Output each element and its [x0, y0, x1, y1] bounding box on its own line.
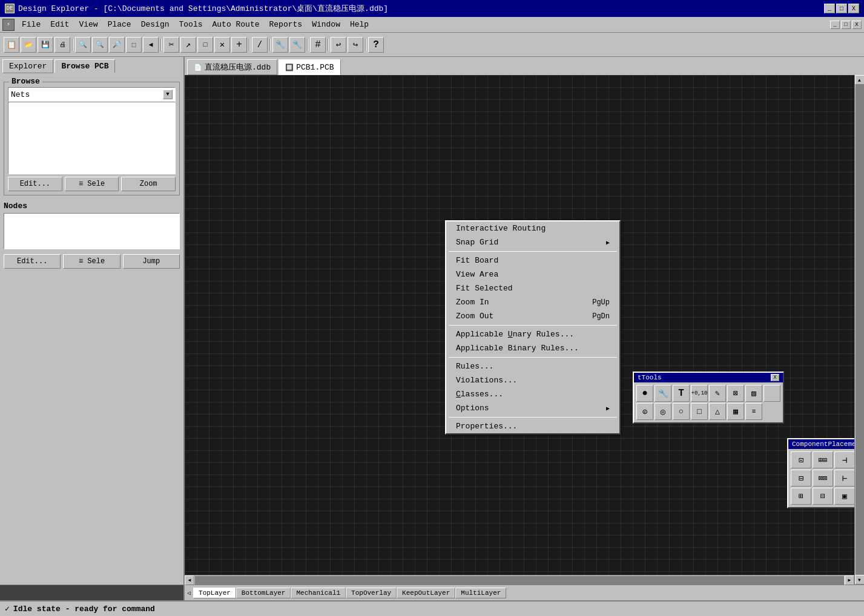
menu-close-button[interactable]: X	[852, 21, 862, 29]
ctx-rules[interactable]: Rules...	[446, 359, 619, 373]
tb-zoom-area-button[interactable]: ⬚	[126, 37, 142, 53]
tb-hash-button[interactable]: #	[310, 37, 326, 53]
nodes-list[interactable]	[4, 213, 180, 249]
comp-placement-header[interactable]: ComponentPlacement X	[788, 439, 854, 449]
layer-tab-mechanical1[interactable]: Mechanical1	[291, 588, 346, 598]
cp-btn-14[interactable]: ⊟	[813, 488, 833, 505]
hscroll-right-button[interactable]: ▶	[845, 575, 854, 585]
menu-place[interactable]: Place	[103, 19, 136, 30]
ctx-properties[interactable]: Properties...	[446, 419, 619, 433]
ctx-classes[interactable]: Classes...	[446, 387, 619, 401]
ft-btn-circle2[interactable]: ⊙	[636, 403, 653, 420]
menu-file[interactable]: File	[17, 19, 45, 30]
ctx-fit-selected[interactable]: Fit Selected	[446, 281, 619, 295]
vscroll-down-button[interactable]: ▼	[855, 575, 865, 585]
pcb-canvas[interactable]: Interactive Routing Snap Grid ▶ Fit Boar…	[185, 75, 854, 575]
menu-tools[interactable]: Tools	[174, 19, 207, 30]
tb-open-button[interactable]: 📂	[21, 37, 36, 53]
ft-btn-circle3[interactable]: ◎	[655, 403, 671, 420]
layer-tab-bottomlayer[interactable]: BottomLayer	[236, 588, 291, 598]
cp-btn-7[interactable]: ⊟	[791, 470, 811, 487]
ft-btn-triangle[interactable]: △	[709, 403, 726, 420]
restore-button[interactable]: □	[836, 4, 847, 13]
ft-btn-coord[interactable]: +0,10	[691, 385, 708, 402]
ft-btn-grid[interactable]: ▦	[727, 403, 744, 420]
minimize-button[interactable]: _	[824, 4, 835, 13]
tb-zoom-in-button[interactable]: 🔍	[75, 37, 91, 53]
cp-btn-2[interactable]: ⊞⊞	[813, 451, 833, 468]
tb-tool2-button[interactable]: 🔧	[289, 37, 305, 53]
layer-tab-multilayer[interactable]: MultiLayer	[455, 588, 506, 598]
ft-btn-circle[interactable]: ●	[636, 385, 653, 402]
cp-btn-15[interactable]: ▣	[834, 488, 854, 505]
hscroll-left-button[interactable]: ◀	[185, 575, 194, 585]
nets-list[interactable]	[8, 102, 176, 174]
cp-btn-3[interactable]: ⊣	[834, 451, 854, 468]
edit-button[interactable]: Edit...	[8, 177, 62, 191]
ft-btn-hatch[interactable]: ▨	[745, 385, 762, 402]
ft-btn-square[interactable]: □	[691, 403, 708, 420]
dropdown-arrow-icon[interactable]: ▼	[163, 90, 173, 99]
nodes-edit-button[interactable]: Edit...	[4, 254, 61, 269]
tb-zoom-fit-button[interactable]: 🔎	[109, 37, 125, 53]
tb-line-button[interactable]: ↗	[180, 37, 196, 53]
tb-wire-button[interactable]: ✂	[163, 37, 179, 53]
ft-btn-cross-box[interactable]: ⊠	[727, 385, 744, 402]
tb-cross-button[interactable]: ✕	[214, 37, 230, 53]
layer-tab-arrow-left[interactable]: ◁	[187, 589, 191, 597]
layer-tab-keepoutlayer[interactable]: KeepOutLayer	[397, 588, 455, 598]
ft-btn-pencil[interactable]: ✎	[709, 385, 726, 402]
tb-print-button[interactable]: 🖨	[54, 37, 70, 53]
floating-tools-close-button[interactable]: X	[771, 374, 779, 381]
ctx-snap-grid[interactable]: Snap Grid ▶	[446, 235, 619, 249]
ft-btn-text[interactable]: T	[673, 385, 690, 402]
nodes-select-button[interactable]: ≡ Sele	[63, 254, 120, 269]
menu-window[interactable]: Window	[307, 19, 345, 30]
select-button[interactable]: ≡ Sele	[65, 177, 119, 191]
tb-zoom-out-button[interactable]: 🔍	[92, 37, 108, 53]
ctx-violations[interactable]: Violations...	[446, 373, 619, 387]
zoom-button[interactable]: Zoom	[121, 177, 176, 191]
tb-help-button[interactable]: ?	[368, 37, 384, 53]
ctx-interactive-routing[interactable]: Interactive Routing	[446, 221, 619, 235]
cp-btn-1[interactable]: ⊡	[791, 451, 811, 468]
tb-tool1-button[interactable]: 🔧	[272, 37, 288, 53]
menu-view[interactable]: View	[74, 19, 102, 30]
ft-btn-list[interactable]: ≡	[745, 403, 762, 420]
tab-explorer[interactable]: Explorer	[2, 59, 53, 73]
tb-undo2-button[interactable]: ↩	[331, 37, 346, 53]
tb-new-button[interactable]: 📋	[4, 37, 19, 53]
vertical-scrollbar[interactable]: ▲ ▼	[854, 75, 864, 585]
tab-ddb[interactable]: 📄 直流稳压电源.ddb	[187, 59, 277, 75]
tb-slash-button[interactable]: /	[252, 37, 268, 53]
menu-restore-button[interactable]: □	[841, 21, 851, 29]
layer-tab-toplayer[interactable]: TopLayer	[193, 588, 236, 598]
nets-dropdown[interactable]: Nets ▼	[8, 87, 176, 102]
vscroll-up-button[interactable]: ▲	[855, 75, 865, 85]
ctx-fit-board[interactable]: Fit Board	[446, 254, 619, 267]
ctx-options[interactable]: Options ▶	[446, 401, 619, 415]
menu-edit[interactable]: Edit	[45, 19, 74, 30]
vscroll-track[interactable]	[856, 85, 864, 575]
menu-design[interactable]: Design	[136, 19, 174, 30]
horizontal-scrollbar[interactable]: ◀ ▶	[185, 575, 854, 585]
app-menu-icon[interactable]: ⚡	[2, 19, 15, 31]
tb-rect-button[interactable]: □	[197, 37, 213, 53]
nodes-jump-button[interactable]: Jump	[123, 254, 180, 269]
hscroll-track[interactable]	[195, 576, 844, 585]
menu-help[interactable]: Help	[345, 19, 374, 30]
cp-btn-8[interactable]: ⊠⊠	[813, 470, 833, 487]
ft-btn-tool[interactable]: 🔧	[655, 385, 671, 402]
ctx-unary-rules[interactable]: Applicable Unary Rules...	[446, 327, 619, 341]
menu-autoroute[interactable]: Auto Route	[208, 19, 265, 30]
ctx-view-area[interactable]: View Area	[446, 267, 619, 281]
menu-reports[interactable]: Reports	[265, 19, 308, 30]
menu-minimize-button[interactable]: _	[830, 21, 840, 29]
tb-redo-button[interactable]: ↪	[348, 37, 363, 53]
cp-btn-9[interactable]: ⊢	[834, 470, 854, 487]
tb-undo-button[interactable]: ◀	[143, 37, 159, 53]
ft-btn-circle4[interactable]: ○	[673, 403, 690, 420]
cp-btn-13[interactable]: ⊞	[791, 488, 811, 505]
close-button[interactable]: X	[848, 4, 859, 13]
tb-save-button[interactable]: 💾	[38, 37, 53, 53]
